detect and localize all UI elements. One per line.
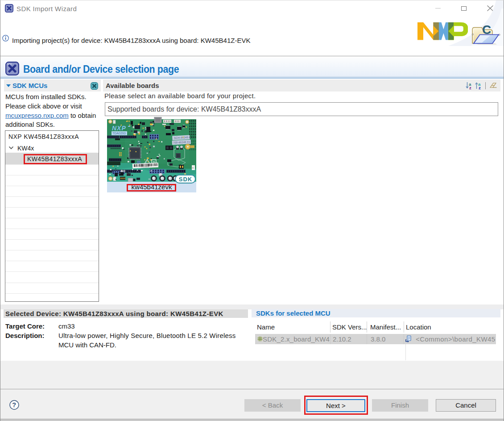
svg-text:YY12345678: YY12345678 (140, 166, 149, 168)
svg-text:4: 4 (192, 167, 194, 169)
svg-text:?: ? (12, 401, 16, 408)
svg-text:z: z (479, 85, 481, 90)
svg-text:z: z (469, 85, 471, 90)
svg-text:NXP: NXP (112, 125, 126, 132)
svg-text:TDA0293: TDA0293 (112, 132, 126, 135)
